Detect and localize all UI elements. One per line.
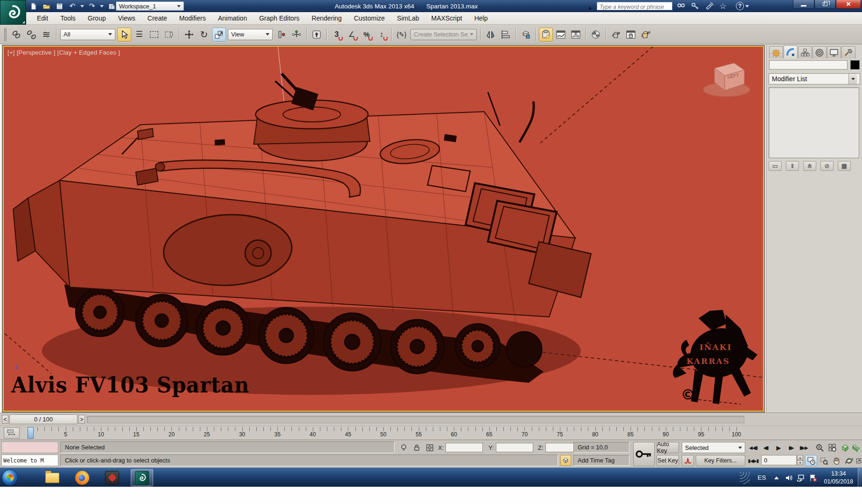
select-by-name-icon[interactable]: ☰ bbox=[132, 28, 146, 42]
menu-item-maxscript[interactable]: MAXScript bbox=[425, 13, 468, 24]
undo-button[interactable]: ↶ bbox=[67, 1, 78, 11]
pin-stack-icon[interactable]: ▭ bbox=[769, 161, 782, 171]
timeline-ruler-ticks[interactable]: 0510152025303540455055606570758085909510… bbox=[0, 426, 747, 440]
close-button[interactable]: × bbox=[836, 0, 861, 9]
time-slider-frame-marker[interactable] bbox=[28, 427, 34, 439]
menu-item-customize[interactable]: Customize bbox=[348, 13, 391, 24]
infocenter-search[interactable] bbox=[597, 2, 672, 10]
taskbar-clock[interactable]: 13:34 01/05/2018 bbox=[819, 470, 858, 486]
select-and-link-icon[interactable] bbox=[9, 28, 23, 42]
isolate-selection-icon[interactable] bbox=[398, 442, 409, 453]
pan-hand-icon[interactable] bbox=[830, 455, 842, 466]
undo-dropdown-arrow[interactable] bbox=[80, 5, 84, 7]
language-indicator[interactable]: ES bbox=[753, 474, 770, 481]
adaptive-degradation-icon[interactable] bbox=[560, 455, 571, 466]
spinner-snap-icon[interactable]: ↕ bbox=[374, 28, 389, 42]
time-slider-track[interactable] bbox=[87, 416, 744, 423]
keyboard-shortcut-override-icon[interactable] bbox=[310, 28, 324, 42]
rendered-frame-window-icon[interactable] bbox=[624, 28, 638, 42]
snap-toggle-3d-icon[interactable]: 3 bbox=[330, 28, 344, 42]
select-and-move-icon[interactable] bbox=[182, 28, 196, 42]
maximize-viewport-toggle-icon[interactable] bbox=[855, 455, 862, 466]
tab-modify[interactable] bbox=[784, 45, 798, 58]
go-to-end-button[interactable]: ▮▶▶ bbox=[798, 442, 810, 453]
default-tangent-icon[interactable] bbox=[682, 455, 694, 466]
communication-center-icon[interactable] bbox=[702, 1, 715, 11]
previous-frame-button[interactable]: ◀▮ bbox=[760, 442, 772, 453]
minimize-button[interactable] bbox=[793, 0, 814, 9]
configure-modifier-sets-icon[interactable]: ▦ bbox=[838, 161, 851, 171]
menu-item-group[interactable]: Group bbox=[82, 13, 112, 24]
redo-dropdown-arrow[interactable] bbox=[100, 5, 104, 7]
graphite-ribbon-toggle-icon[interactable] bbox=[539, 28, 553, 42]
object-color-swatch[interactable] bbox=[850, 60, 860, 70]
tab-display[interactable] bbox=[827, 46, 841, 58]
taskbar-3dsmax[interactable] bbox=[131, 469, 153, 486]
select-and-manipulate-icon[interactable] bbox=[290, 28, 304, 42]
subscription-key-icon[interactable] bbox=[688, 1, 701, 11]
maxscript-mini-listener-pink[interactable] bbox=[1, 441, 58, 453]
set-keys-button[interactable] bbox=[633, 442, 655, 466]
redo-button[interactable]: ↷ bbox=[87, 1, 97, 11]
search-input[interactable] bbox=[597, 3, 672, 11]
remove-modifier-icon[interactable]: ⊘ bbox=[820, 161, 834, 171]
tab-create[interactable] bbox=[769, 46, 783, 58]
start-button[interactable] bbox=[2, 469, 18, 486]
zoom-extents-all-icon[interactable] bbox=[850, 442, 862, 453]
key-mode-toggle-button[interactable]: ▮◀▶▮ bbox=[747, 455, 759, 466]
mirror-icon[interactable] bbox=[484, 28, 498, 42]
new-file-button[interactable] bbox=[28, 1, 38, 11]
perspective-viewport[interactable]: [+] [Perspective ] [Clay + Edged Faces ] bbox=[3, 46, 764, 412]
auto-key-button[interactable]: Auto Key bbox=[657, 442, 679, 453]
help-icon[interactable]: ? bbox=[736, 1, 749, 11]
zoom-extents-icon[interactable] bbox=[839, 442, 851, 453]
key-mode-dropdown[interactable]: Selected bbox=[682, 442, 745, 453]
zoom-icon[interactable] bbox=[813, 442, 826, 453]
menu-item-simlab[interactable]: SimLab bbox=[391, 13, 425, 24]
angle-snap-icon[interactable]: ∠ bbox=[345, 28, 359, 42]
toolbar-grip[interactable] bbox=[4, 28, 7, 41]
absolute-offset-mode-icon[interactable] bbox=[424, 442, 435, 453]
search-icon[interactable] bbox=[674, 1, 687, 11]
rectangular-selection-region-icon[interactable] bbox=[147, 28, 161, 42]
show-desktop-button[interactable] bbox=[858, 468, 862, 487]
time-slider-handle[interactable]: 0 / 100 bbox=[9, 414, 78, 424]
make-unique-icon[interactable]: ⋔ bbox=[803, 161, 816, 171]
select-object-button[interactable] bbox=[117, 28, 131, 42]
viewport-label[interactable]: [+] [Perspective ] [Clay + Edged Faces ] bbox=[7, 49, 120, 56]
select-and-scale-icon[interactable] bbox=[212, 28, 226, 42]
time-configuration-icon[interactable] bbox=[805, 455, 817, 466]
object-name-field[interactable] bbox=[769, 60, 848, 70]
edit-named-selection-sets-icon[interactable]: {✎} bbox=[395, 28, 409, 42]
add-time-tag[interactable]: Add Time Tag bbox=[573, 455, 629, 466]
current-frame-field[interactable]: 0 bbox=[761, 455, 797, 465]
key-filters-button[interactable]: Key Filters... bbox=[696, 455, 745, 466]
menu-item-modifiers[interactable]: Modifiers bbox=[173, 13, 212, 24]
selection-filter-dropdown[interactable]: All bbox=[60, 29, 115, 40]
app-menu-button[interactable] bbox=[0, 0, 26, 25]
layer-manager-icon[interactable] bbox=[519, 28, 533, 42]
z-coord-field[interactable] bbox=[545, 443, 576, 452]
select-and-rotate-icon[interactable]: ↻ bbox=[197, 28, 211, 42]
frame-spinner-up[interactable]: ▲ bbox=[797, 455, 803, 460]
set-key-button[interactable]: Set Key bbox=[657, 455, 679, 466]
modifier-list-dropdown[interactable]: Modifier List bbox=[769, 73, 860, 84]
infocenter-expand-arrow[interactable] bbox=[589, 4, 592, 13]
orbit-icon[interactable] bbox=[843, 455, 855, 466]
show-hidden-icons[interactable] bbox=[770, 472, 783, 484]
curve-editor-icon[interactable] bbox=[554, 28, 568, 42]
play-button[interactable]: ▶ bbox=[772, 442, 784, 453]
open-file-button[interactable] bbox=[41, 1, 51, 11]
restore-button[interactable] bbox=[814, 0, 836, 9]
menu-item-views[interactable]: Views bbox=[112, 13, 141, 24]
percent-snap-icon[interactable]: % bbox=[360, 28, 374, 42]
align-icon[interactable] bbox=[499, 28, 513, 42]
use-pivot-center-icon[interactable] bbox=[275, 28, 289, 42]
workspace-dropdown[interactable]: Workspace_1 bbox=[116, 1, 184, 11]
network-icon[interactable] bbox=[795, 472, 807, 484]
go-to-start-button[interactable]: ◀◀▮ bbox=[747, 442, 759, 453]
action-center-flag-icon[interactable] bbox=[807, 472, 819, 484]
taskbar-firefox[interactable] bbox=[71, 469, 93, 486]
y-coord-field[interactable] bbox=[496, 443, 533, 452]
x-coord-field[interactable] bbox=[445, 443, 483, 452]
